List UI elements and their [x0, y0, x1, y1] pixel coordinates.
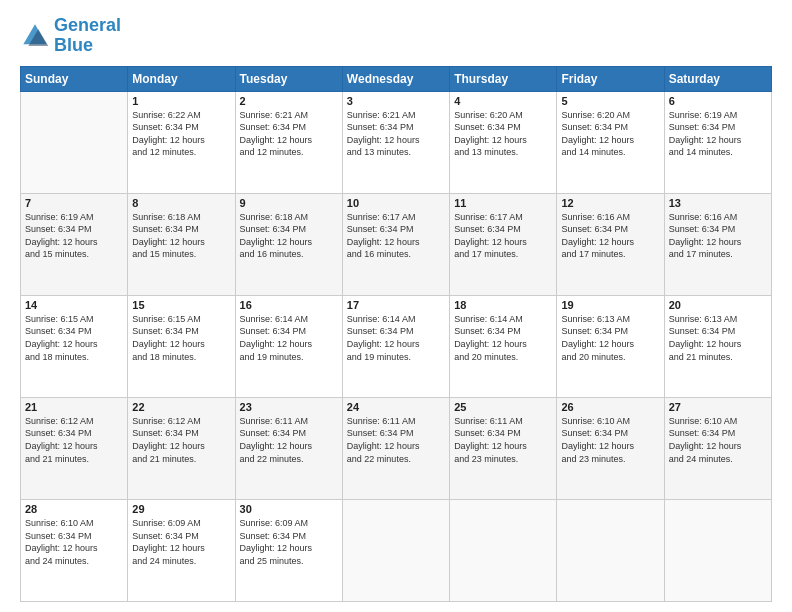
day-number: 29 [132, 503, 230, 515]
day-info: Sunrise: 6:18 AM Sunset: 6:34 PM Dayligh… [240, 211, 338, 261]
day-cell: 29Sunrise: 6:09 AM Sunset: 6:34 PM Dayli… [128, 499, 235, 601]
day-info: Sunrise: 6:13 AM Sunset: 6:34 PM Dayligh… [561, 313, 659, 363]
column-header-wednesday: Wednesday [342, 66, 449, 91]
day-number: 13 [669, 197, 767, 209]
day-info: Sunrise: 6:20 AM Sunset: 6:34 PM Dayligh… [561, 109, 659, 159]
day-cell [664, 499, 771, 601]
day-info: Sunrise: 6:20 AM Sunset: 6:34 PM Dayligh… [454, 109, 552, 159]
day-info: Sunrise: 6:12 AM Sunset: 6:34 PM Dayligh… [132, 415, 230, 465]
day-number: 19 [561, 299, 659, 311]
day-number: 5 [561, 95, 659, 107]
day-cell: 25Sunrise: 6:11 AM Sunset: 6:34 PM Dayli… [450, 397, 557, 499]
logo: General Blue [20, 16, 121, 56]
day-cell: 20Sunrise: 6:13 AM Sunset: 6:34 PM Dayli… [664, 295, 771, 397]
day-number: 14 [25, 299, 123, 311]
day-number: 7 [25, 197, 123, 209]
day-cell: 19Sunrise: 6:13 AM Sunset: 6:34 PM Dayli… [557, 295, 664, 397]
calendar: SundayMondayTuesdayWednesdayThursdayFrid… [20, 66, 772, 602]
day-number: 30 [240, 503, 338, 515]
day-number: 10 [347, 197, 445, 209]
day-cell [450, 499, 557, 601]
day-info: Sunrise: 6:21 AM Sunset: 6:34 PM Dayligh… [347, 109, 445, 159]
day-cell [342, 499, 449, 601]
day-number: 6 [669, 95, 767, 107]
day-info: Sunrise: 6:19 AM Sunset: 6:34 PM Dayligh… [669, 109, 767, 159]
day-info: Sunrise: 6:10 AM Sunset: 6:34 PM Dayligh… [25, 517, 123, 567]
day-number: 15 [132, 299, 230, 311]
day-info: Sunrise: 6:14 AM Sunset: 6:34 PM Dayligh… [347, 313, 445, 363]
day-cell: 30Sunrise: 6:09 AM Sunset: 6:34 PM Dayli… [235, 499, 342, 601]
column-header-saturday: Saturday [664, 66, 771, 91]
week-row: 1Sunrise: 6:22 AM Sunset: 6:34 PM Daylig… [21, 91, 772, 193]
day-info: Sunrise: 6:15 AM Sunset: 6:34 PM Dayligh… [25, 313, 123, 363]
logo-icon [20, 21, 50, 51]
calendar-header: SundayMondayTuesdayWednesdayThursdayFrid… [21, 66, 772, 91]
day-number: 24 [347, 401, 445, 413]
day-info: Sunrise: 6:14 AM Sunset: 6:34 PM Dayligh… [454, 313, 552, 363]
day-cell: 18Sunrise: 6:14 AM Sunset: 6:34 PM Dayli… [450, 295, 557, 397]
day-cell: 17Sunrise: 6:14 AM Sunset: 6:34 PM Dayli… [342, 295, 449, 397]
week-row: 7Sunrise: 6:19 AM Sunset: 6:34 PM Daylig… [21, 193, 772, 295]
day-number: 25 [454, 401, 552, 413]
day-info: Sunrise: 6:18 AM Sunset: 6:34 PM Dayligh… [132, 211, 230, 261]
day-info: Sunrise: 6:17 AM Sunset: 6:34 PM Dayligh… [454, 211, 552, 261]
day-info: Sunrise: 6:21 AM Sunset: 6:34 PM Dayligh… [240, 109, 338, 159]
day-number: 2 [240, 95, 338, 107]
day-info: Sunrise: 6:10 AM Sunset: 6:34 PM Dayligh… [669, 415, 767, 465]
day-cell: 26Sunrise: 6:10 AM Sunset: 6:34 PM Dayli… [557, 397, 664, 499]
day-number: 3 [347, 95, 445, 107]
page: General Blue SundayMondayTuesdayWednesda… [0, 0, 792, 612]
day-cell: 5Sunrise: 6:20 AM Sunset: 6:34 PM Daylig… [557, 91, 664, 193]
calendar-body: 1Sunrise: 6:22 AM Sunset: 6:34 PM Daylig… [21, 91, 772, 601]
day-cell: 1Sunrise: 6:22 AM Sunset: 6:34 PM Daylig… [128, 91, 235, 193]
day-info: Sunrise: 6:11 AM Sunset: 6:34 PM Dayligh… [240, 415, 338, 465]
day-number: 1 [132, 95, 230, 107]
day-number: 4 [454, 95, 552, 107]
day-info: Sunrise: 6:17 AM Sunset: 6:34 PM Dayligh… [347, 211, 445, 261]
column-header-monday: Monday [128, 66, 235, 91]
day-number: 26 [561, 401, 659, 413]
week-row: 14Sunrise: 6:15 AM Sunset: 6:34 PM Dayli… [21, 295, 772, 397]
day-number: 23 [240, 401, 338, 413]
day-cell: 21Sunrise: 6:12 AM Sunset: 6:34 PM Dayli… [21, 397, 128, 499]
day-info: Sunrise: 6:10 AM Sunset: 6:34 PM Dayligh… [561, 415, 659, 465]
logo-text: General Blue [54, 16, 121, 56]
day-number: 16 [240, 299, 338, 311]
day-info: Sunrise: 6:22 AM Sunset: 6:34 PM Dayligh… [132, 109, 230, 159]
day-info: Sunrise: 6:13 AM Sunset: 6:34 PM Dayligh… [669, 313, 767, 363]
day-cell [557, 499, 664, 601]
day-info: Sunrise: 6:15 AM Sunset: 6:34 PM Dayligh… [132, 313, 230, 363]
column-header-sunday: Sunday [21, 66, 128, 91]
day-cell: 11Sunrise: 6:17 AM Sunset: 6:34 PM Dayli… [450, 193, 557, 295]
day-cell: 12Sunrise: 6:16 AM Sunset: 6:34 PM Dayli… [557, 193, 664, 295]
day-number: 21 [25, 401, 123, 413]
day-info: Sunrise: 6:09 AM Sunset: 6:34 PM Dayligh… [132, 517, 230, 567]
day-number: 11 [454, 197, 552, 209]
day-cell: 23Sunrise: 6:11 AM Sunset: 6:34 PM Dayli… [235, 397, 342, 499]
day-cell: 15Sunrise: 6:15 AM Sunset: 6:34 PM Dayli… [128, 295, 235, 397]
day-cell: 16Sunrise: 6:14 AM Sunset: 6:34 PM Dayli… [235, 295, 342, 397]
day-info: Sunrise: 6:19 AM Sunset: 6:34 PM Dayligh… [25, 211, 123, 261]
day-info: Sunrise: 6:11 AM Sunset: 6:34 PM Dayligh… [347, 415, 445, 465]
header-row: SundayMondayTuesdayWednesdayThursdayFrid… [21, 66, 772, 91]
day-info: Sunrise: 6:12 AM Sunset: 6:34 PM Dayligh… [25, 415, 123, 465]
column-header-friday: Friday [557, 66, 664, 91]
day-cell: 10Sunrise: 6:17 AM Sunset: 6:34 PM Dayli… [342, 193, 449, 295]
day-cell: 6Sunrise: 6:19 AM Sunset: 6:34 PM Daylig… [664, 91, 771, 193]
day-number: 18 [454, 299, 552, 311]
day-cell: 22Sunrise: 6:12 AM Sunset: 6:34 PM Dayli… [128, 397, 235, 499]
column-header-thursday: Thursday [450, 66, 557, 91]
day-info: Sunrise: 6:14 AM Sunset: 6:34 PM Dayligh… [240, 313, 338, 363]
day-cell: 4Sunrise: 6:20 AM Sunset: 6:34 PM Daylig… [450, 91, 557, 193]
day-number: 9 [240, 197, 338, 209]
day-cell: 2Sunrise: 6:21 AM Sunset: 6:34 PM Daylig… [235, 91, 342, 193]
day-cell [21, 91, 128, 193]
day-number: 28 [25, 503, 123, 515]
day-cell: 13Sunrise: 6:16 AM Sunset: 6:34 PM Dayli… [664, 193, 771, 295]
week-row: 21Sunrise: 6:12 AM Sunset: 6:34 PM Dayli… [21, 397, 772, 499]
header: General Blue [20, 16, 772, 56]
day-info: Sunrise: 6:16 AM Sunset: 6:34 PM Dayligh… [669, 211, 767, 261]
column-header-tuesday: Tuesday [235, 66, 342, 91]
day-cell: 3Sunrise: 6:21 AM Sunset: 6:34 PM Daylig… [342, 91, 449, 193]
day-cell: 24Sunrise: 6:11 AM Sunset: 6:34 PM Dayli… [342, 397, 449, 499]
